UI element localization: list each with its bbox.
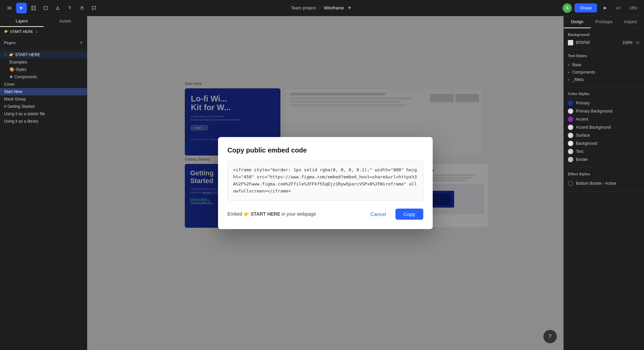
page-item-library[interactable]: Using it as a library (0, 118, 87, 125)
shape-tool[interactable] (40, 3, 51, 13)
page-label: Using it as a library (4, 119, 38, 124)
effect-styles-title: Effect Styles (568, 172, 640, 176)
color-name: Primary (576, 101, 590, 105)
color-dot-primary (568, 100, 573, 106)
tab-assets[interactable]: Assets (44, 16, 87, 27)
tab-inspect[interactable]: Inspect (617, 16, 644, 28)
style-meta[interactable]: ▶ _Meta (568, 76, 640, 83)
color-name: Primary Background (576, 109, 612, 114)
visibility-toggle[interactable] (635, 40, 640, 45)
add-page-button[interactable]: + (80, 40, 83, 45)
page-label: ❖ Components (9, 75, 37, 79)
page-item-start-here[interactable]: ▼ 👉 START HERE (0, 51, 87, 58)
page-item-components[interactable]: ❖ Components (0, 73, 87, 81)
background-opacity: 100% (622, 40, 633, 45)
modal-footer: Embed 👉 START HERE in your webpage Cance… (227, 209, 423, 220)
page-item-styles[interactable]: 🎨 Styles (0, 66, 87, 73)
toolbar-center: Team project / Wireframe ▼ (291, 5, 353, 11)
modal-code-box[interactable]: <iframe style="border: 1px solid rgba(0,… (227, 161, 423, 200)
select-tool[interactable] (16, 3, 27, 13)
file-title: Wireframe (324, 5, 344, 10)
comment-tool[interactable] (89, 3, 99, 13)
svg-rect-1 (7, 8, 11, 8)
color-styles-title: Color Styles (568, 92, 640, 96)
right-panel: Design Prototype Inspect Background DFDF… (564, 16, 644, 350)
play-button[interactable] (600, 3, 610, 13)
color-name: Text (576, 149, 583, 154)
share-button[interactable]: Share (575, 3, 597, 12)
pages-header: Pages + (0, 39, 87, 47)
color-dot-background (568, 141, 573, 146)
page-label: Using it as a starter file (4, 112, 45, 116)
modal-actions: Cancel Copy (365, 209, 423, 220)
chevron-right-icon: ▶ (568, 71, 570, 74)
layers-tree: ▼ 👉 START HERE Examples 🎨 Styles ❖ Compo… (0, 50, 87, 350)
toolbar-left: T (4, 3, 99, 13)
tab-prototype[interactable]: Prototype (591, 16, 618, 28)
team-label: Team project (291, 5, 316, 10)
accessibility-button[interactable]: A? (613, 3, 624, 13)
color-style-text[interactable]: Text (568, 147, 640, 156)
page-item-starter-file[interactable]: Using it as a starter file (0, 110, 87, 118)
color-name: Accent (576, 117, 588, 122)
title-slash: / (319, 5, 321, 10)
color-style-primary-background[interactable]: Primary Background (568, 107, 640, 115)
frame-tool[interactable] (28, 3, 39, 13)
svg-rect-7 (44, 6, 47, 10)
hand-tool[interactable] (76, 3, 87, 13)
page-label: Cover (4, 82, 15, 87)
menu-button[interactable] (4, 3, 15, 13)
color-style-background[interactable]: Background (568, 139, 640, 147)
page-item-examples[interactable]: Examples (0, 58, 87, 66)
chevron-right-icon: ▶ (568, 78, 570, 81)
color-style-accent[interactable]: Accent (568, 115, 640, 123)
breadcrumb: 👉 START HERE ▲ (0, 27, 87, 36)
color-dot-accent-background (568, 125, 573, 130)
style-label: Components (572, 70, 595, 75)
page-label: 👉 START HERE (9, 52, 40, 57)
color-style-accent-background[interactable]: Accent Background (568, 123, 640, 131)
left-panel-tabs: Layers Assets (0, 16, 87, 27)
style-label: _Meta (572, 77, 583, 82)
color-style-surface[interactable]: Surface (568, 131, 640, 139)
effect-name: Bottom Border - Active (576, 181, 616, 186)
cancel-button[interactable]: Cancel (365, 209, 391, 220)
copy-button[interactable]: Copy (395, 209, 423, 220)
left-panel: Layers Assets 👉 START HERE ▲ Pages + ▼ 👉… (0, 16, 87, 350)
svg-rect-6 (34, 9, 36, 10)
svg-rect-2 (7, 9, 11, 9)
zoom-level[interactable]: 18% (627, 4, 640, 12)
breadcrumb-emoji: 👉 (4, 29, 9, 34)
color-name: Surface (576, 133, 590, 138)
effect-styles-section: Effect Styles Bottom Border - Active (564, 168, 644, 192)
svg-marker-8 (604, 6, 607, 10)
page-item-start-here-frame[interactable]: Start Here (0, 88, 87, 95)
tab-layers[interactable]: Layers (0, 16, 44, 27)
page-item-cover[interactable]: Cover (0, 81, 87, 88)
toolbar-right: S Share A? 18% (562, 3, 640, 13)
svg-point-10 (637, 42, 638, 43)
color-style-border[interactable]: Border (568, 156, 640, 164)
embed-emoji: 👉 (244, 211, 249, 217)
color-style-primary[interactable]: Primary (568, 99, 640, 107)
style-base[interactable]: ▶ Base (568, 61, 640, 69)
toolbar: T Team project / Wireframe ▼ S Share A? … (0, 0, 644, 16)
style-components[interactable]: ▶ Components (568, 69, 640, 76)
background-color-swatch[interactable] (568, 40, 573, 45)
pen-tool[interactable] (52, 3, 63, 13)
page-item-mask-group[interactable]: Mask Group (0, 95, 87, 103)
page-item-getting-started[interactable]: # Getting Started (0, 103, 87, 110)
text-tool[interactable]: T (64, 3, 75, 13)
style-label: Base (572, 62, 581, 67)
color-dot-surface (568, 133, 573, 138)
tab-design[interactable]: Design (564, 16, 591, 28)
canvas-area[interactable]: Start Here Getting Started Using it as a… (87, 16, 564, 350)
chevron-down-icon: ▼ (4, 53, 7, 56)
effect-bottom-border[interactable]: Bottom Border - Active (568, 179, 640, 187)
pages-label: Pages (4, 41, 16, 45)
title-chevron[interactable]: ▼ (346, 5, 353, 11)
modal-overlay[interactable]: Copy public embed code <iframe style="bo… (87, 16, 564, 350)
background-title: Background (568, 33, 640, 37)
page-label: 🎨 Styles (9, 67, 26, 72)
color-name: Background (576, 141, 597, 146)
